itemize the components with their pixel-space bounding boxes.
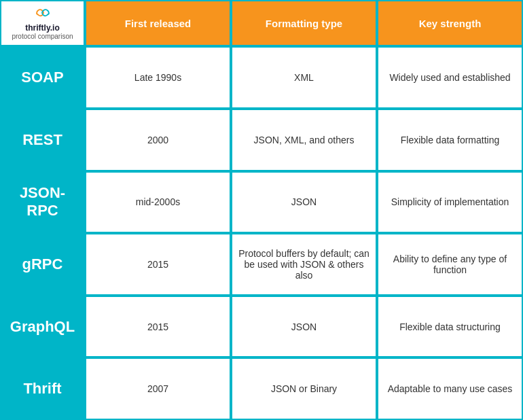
first-released-cell: 2015 [85, 296, 231, 358]
header-row: thriftly.io protocol comparison First re… [0, 0, 523, 46]
protocol-name: gRPC [0, 233, 85, 296]
first-released-cell: 2000 [85, 109, 231, 171]
key-strength-cell: Ability to define any type of function [377, 233, 523, 296]
first-released-cell: 2007 [85, 357, 231, 420]
table-row: gRPC 2015 Protocol buffers by default; c… [0, 233, 523, 296]
formatting-type-cell: JSON [231, 296, 377, 358]
table-row: GraphQL 2015 JSON Flexible data structur… [0, 296, 523, 358]
protocol-name: REST [0, 109, 85, 171]
table-row: SOAP Late 1990s XML Widely used and esta… [0, 46, 523, 109]
formatting-type-cell: JSON [231, 171, 377, 234]
protocol-name: SOAP [0, 46, 85, 109]
header-formatting-type: Formatting type [231, 0, 377, 46]
first-released-cell: mid-2000s [85, 171, 231, 234]
first-released-cell: Late 1990s [85, 46, 231, 109]
formatting-type-cell: JSON or Binary [231, 357, 377, 420]
table-row: JSON-RPC mid-2000s JSON Simplicity of im… [0, 171, 523, 234]
key-strength-cell: Widely used and established [377, 46, 523, 109]
formatting-type-cell: XML [231, 46, 377, 109]
key-strength-cell: Flexible data formatting [377, 109, 523, 171]
protocol-name: JSON-RPC [0, 171, 85, 234]
logo-main-text: thriftly.io [25, 23, 59, 33]
key-strength-cell: Simplicity of implementation [377, 171, 523, 234]
table-row: REST 2000 JSON, XML, and others Flexible… [0, 109, 523, 171]
logo-icon [31, 5, 55, 22]
comparison-table: thriftly.io protocol comparison First re… [0, 0, 523, 420]
formatting-type-cell: JSON, XML, and others [231, 109, 377, 171]
protocol-name: Thrift [0, 357, 85, 420]
header-key-strength: Key strength [377, 0, 523, 46]
header-first-released: First released [85, 0, 231, 46]
protocol-name: GraphQL [0, 296, 85, 358]
formatting-type-cell: Protocol buffers by default; can be used… [231, 233, 377, 296]
body-rows: SOAP Late 1990s XML Widely used and esta… [0, 46, 523, 420]
key-strength-cell: Flexible data structuring [377, 296, 523, 358]
table-row: Thrift 2007 JSON or Binary Adaptable to … [0, 357, 523, 420]
logo-cell: thriftly.io protocol comparison [0, 0, 85, 46]
key-strength-cell: Adaptable to many use cases [377, 357, 523, 420]
logo-sub-text: protocol comparison [12, 33, 73, 41]
first-released-cell: 2015 [85, 233, 231, 296]
